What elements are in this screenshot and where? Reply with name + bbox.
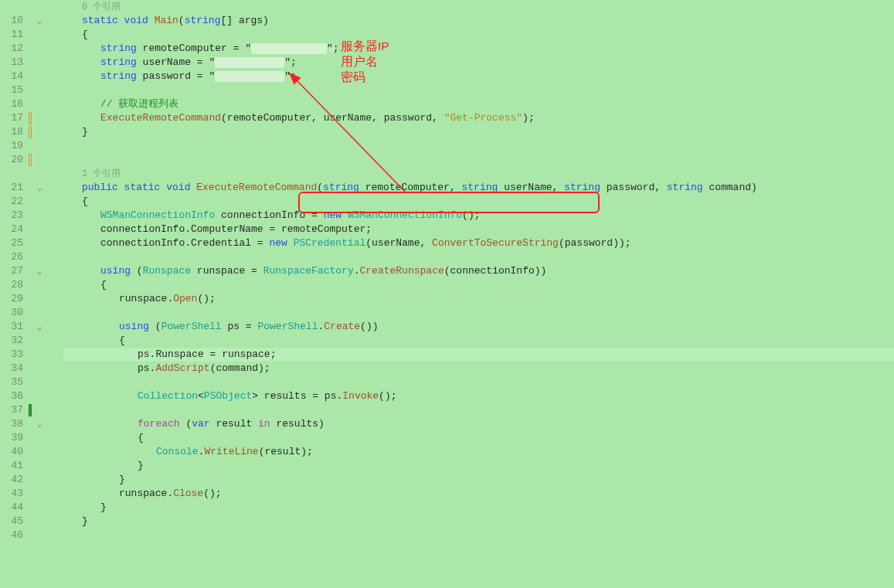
code-line: ps.AddScript(command); <box>63 362 894 376</box>
gutter-line: 16 <box>0 97 59 111</box>
gutter-line <box>0 0 59 14</box>
gutter-line: 19 <box>0 139 59 153</box>
code-line: runspace.Open(); <box>63 292 894 306</box>
code-line: foreach (var result in results) <box>63 417 894 431</box>
code-line <box>63 153 894 167</box>
code-line: string remoteComputer = "·············8"… <box>63 42 894 56</box>
gutter-line: 29 <box>0 292 59 306</box>
code-editor[interactable]: 10⌄1112131415161718192021⌄222324252627⌄2… <box>0 0 894 588</box>
gutter-line: 21⌄ <box>0 181 59 195</box>
gutter-line: 33 <box>0 348 59 362</box>
code-line: Console.WriteLine(result); <box>63 445 894 459</box>
gutter: 10⌄1112131415161718192021⌄222324252627⌄2… <box>0 0 59 588</box>
gutter-line: 46 <box>0 529 59 542</box>
code-line <box>63 403 894 417</box>
code-line <box>63 376 894 389</box>
gutter-line: 27⌄ <box>0 264 59 278</box>
code-line <box>63 250 894 264</box>
gutter-line: 41 <box>0 459 59 473</box>
gutter-line: 18 <box>0 125 59 139</box>
code-line-highlighted: ps.Runspace = runspace; <box>63 348 894 362</box>
gutter-line: 38⌄ <box>0 417 59 431</box>
code-line: } <box>63 459 894 473</box>
gutter-line: 15 <box>0 83 59 97</box>
code-line: } <box>63 125 894 139</box>
code-line: { <box>63 278 894 292</box>
code-line: string userName = "··········"; <box>63 56 894 70</box>
code-line <box>63 83 894 97</box>
gutter-line: 22 <box>0 195 59 209</box>
gutter-line: 12 <box>0 42 59 56</box>
code-line: using (PowerShell ps = PowerShell.Create… <box>63 320 894 334</box>
gutter-line: 25 <box>0 236 59 250</box>
code-line <box>63 529 894 542</box>
annotation-user: 用户名 <box>341 54 378 70</box>
code-line: // 获取进程列表 <box>63 97 894 111</box>
code-line: } <box>63 501 894 515</box>
gutter-line: 40 <box>0 445 59 459</box>
gutter-line: 24 <box>0 223 59 236</box>
gutter-line: 14 <box>0 70 59 83</box>
code-line: { <box>63 431 894 445</box>
gutter-line: 43 <box>0 487 59 501</box>
gutter-line: 11 <box>0 28 59 42</box>
gutter-line: 45 <box>0 515 59 529</box>
code-line: runspace.Close(); <box>63 487 894 501</box>
gutter-line: 17 <box>0 111 59 125</box>
gutter-line: 28 <box>0 278 59 292</box>
gutter-line: 34 <box>0 362 59 376</box>
gutter-line: 13 <box>0 56 59 70</box>
code-line: } <box>63 473 894 487</box>
gutter-line <box>0 167 59 181</box>
code-line: static void Main(string[] args) <box>63 14 894 28</box>
code-line: public static void ExecuteRemoteCommand(… <box>63 181 894 195</box>
gutter-line: 23 <box>0 209 59 223</box>
gutter-line: 26 <box>0 250 59 264</box>
gutter-line: 32 <box>0 334 59 348</box>
code-line: connectionInfo.Credential = new PSCreden… <box>63 236 894 250</box>
code-line: Collection<PSObject> results = ps.Invoke… <box>63 389 894 403</box>
code-line: ExecuteRemoteCommand(remoteComputer, use… <box>63 111 894 125</box>
code-line: string password = "··········"; <box>63 70 894 83</box>
gutter-line: 36 <box>0 389 59 403</box>
code-line: using (Runspace runspace = RunspaceFacto… <box>63 264 894 278</box>
annotation-ip: 服务器IP <box>341 39 389 54</box>
code-area[interactable]: 0 个引用 static void Main(string[] args) { … <box>59 0 894 588</box>
code-line: 1 个引用 <box>63 167 894 181</box>
code-line: } <box>63 515 894 529</box>
gutter-line: 10⌄ <box>0 14 59 28</box>
code-line: WSManConnectionInfo connectionInfo = new… <box>63 209 894 223</box>
code-line: 0 个引用 <box>63 0 894 14</box>
gutter-line: 39 <box>0 431 59 445</box>
gutter-line: 37 <box>0 403 59 417</box>
gutter-line: 31⌄ <box>0 320 59 334</box>
annotation-pw: 密码 <box>341 70 365 85</box>
code-line <box>63 139 894 153</box>
code-line <box>63 306 894 320</box>
gutter-line: 35 <box>0 376 59 389</box>
code-line: connectionInfo.ComputerName = remoteComp… <box>63 223 894 236</box>
code-line: { <box>63 28 894 42</box>
gutter-line: 42 <box>0 473 59 487</box>
gutter-line: 44 <box>0 501 59 515</box>
gutter-line: 20 <box>0 153 59 167</box>
gutter-line: 30 <box>0 306 59 320</box>
code-line: { <box>63 195 894 209</box>
code-line: { <box>63 334 894 348</box>
